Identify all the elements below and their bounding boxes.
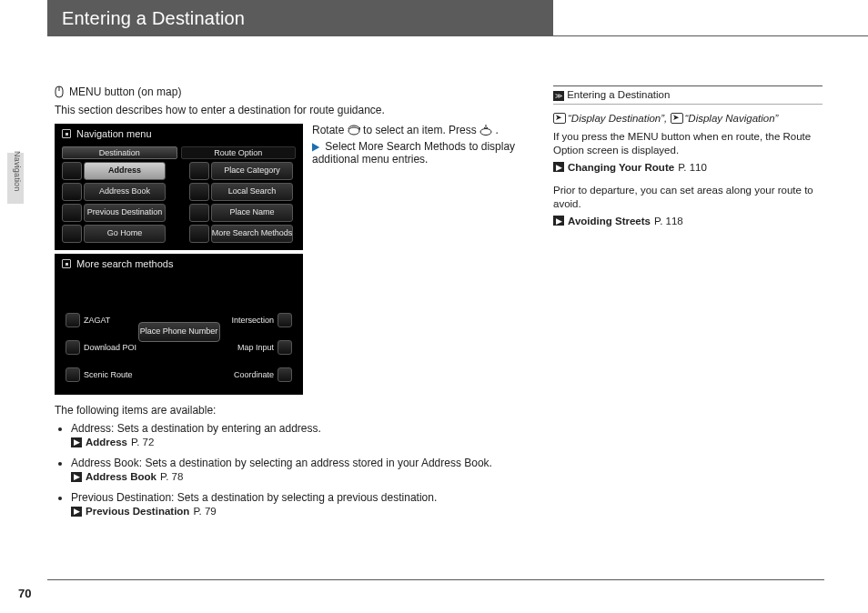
cell-icon: [62, 225, 82, 243]
ref-page: P. 118: [654, 216, 683, 226]
ref-page: P. 72: [131, 437, 154, 447]
side-header-icon: ≫: [553, 91, 564, 101]
screenshot1-title-text: Navigation menu: [76, 128, 152, 139]
grid-spacer: [167, 204, 187, 222]
item-term: Address: [71, 422, 111, 435]
ref-icon: ▶: [553, 216, 564, 226]
step-text: to select an item. Press: [363, 124, 479, 136]
item-term: Previous Destination: [71, 491, 171, 504]
ref-page: P. 110: [678, 162, 707, 173]
radial-center: Place Phone Number: [138, 322, 220, 342]
list-item: Address Book: Sets a destination by sele…: [71, 457, 528, 482]
side-column: ≫ Entering a Destination “Display Destin…: [553, 85, 823, 226]
ref-icon: ▶: [553, 162, 564, 172]
section-side-tab-label: Navigation: [13, 151, 22, 167]
radial-label: Intersection: [231, 316, 274, 325]
ref-title: Address: [86, 437, 127, 447]
cell-local-search: Local Search: [211, 183, 293, 201]
cell-icon: [189, 225, 209, 243]
cell-address: Address: [84, 162, 166, 180]
radial-icon: [278, 367, 292, 382]
radial-icon: [66, 367, 80, 382]
screen-title-icon: [62, 259, 71, 268]
screenshot1-title: Navigation menu: [56, 126, 301, 143]
ref-page: P. 78: [160, 471, 183, 482]
cell-icon: [62, 183, 82, 201]
radial-intersection: Intersection: [231, 313, 292, 327]
radial-label: Coordinate: [234, 370, 274, 379]
mouse-icon: [55, 85, 64, 98]
item-desc: : Sets a destination by selecting a prev…: [171, 491, 437, 504]
side-header: ≫ Entering a Destination: [553, 85, 823, 105]
screenshot-navigation-menu: Navigation menu Destination Route Option…: [55, 124, 303, 250]
voice-sep: ,: [664, 113, 670, 124]
list-item: Previous Destination: Sets a destination…: [71, 491, 528, 517]
cell-more-search-methods: More Search Methods: [211, 225, 293, 243]
page-title: Entering a Destination: [62, 8, 245, 29]
list-item: Address: Sets a destination by entering …: [71, 422, 528, 447]
ref-title: Address Book: [86, 471, 156, 482]
voice-commands: “Display Destination”, “Display Navigati…: [553, 112, 823, 126]
radial-scenic-route: Scenic Route: [66, 367, 133, 382]
cell-icon: [189, 204, 209, 222]
cell-place-name: Place Name: [211, 204, 293, 222]
rotate-knob-icon: [348, 124, 360, 136]
step-bold: More Search Methods: [358, 140, 466, 153]
step-text: Rotate: [312, 124, 348, 136]
radial-icon: [66, 313, 80, 327]
grid-spacer: [167, 225, 187, 243]
intro-text: This section describes how to enter a de…: [55, 104, 528, 116]
cell-address-book: Address Book: [84, 183, 166, 201]
screens-and-steps: Navigation menu Destination Route Option…: [55, 124, 528, 395]
screenshot2-title: More search methods: [56, 256, 301, 273]
cell-previous-destination: Previous Destination: [84, 204, 166, 222]
screenshot1-tabs: Destination Route Option: [62, 146, 296, 159]
screenshot1-grid: Address Place Category Address Book Loca…: [62, 162, 296, 243]
cell-place-category: Place Category: [211, 162, 293, 180]
radial-icon: [278, 313, 292, 327]
radial-icon: [66, 340, 80, 355]
cell-go-home: Go Home: [84, 225, 166, 243]
cell-icon: [189, 183, 209, 201]
step-rotate: Rotate to select an item. Press .: [312, 124, 528, 136]
step-arrow-icon: ▶: [312, 140, 319, 153]
ref-icon: ▶: [71, 437, 82, 447]
press-knob-icon: [479, 124, 492, 136]
radial-label: Map Input: [237, 343, 274, 352]
radial-layout: Place Phone Number ZAGAT Download POI Sc…: [62, 276, 296, 387]
cross-ref: ▶Previous Destination P. 79: [71, 506, 528, 517]
section-side-tab: Navigation: [7, 153, 24, 204]
radial-coordinate: Coordinate: [234, 367, 292, 382]
radial-icon: [278, 340, 292, 355]
grid-spacer: [167, 183, 187, 201]
side-para-1: If you press the MENU button when en rou…: [553, 130, 823, 158]
page-number: 70: [18, 587, 31, 600]
screenshot2-title-text: More search methods: [76, 258, 173, 269]
cross-ref: ▶Changing Your Route P. 110: [553, 162, 823, 173]
main-column: MENU button (on map) This section descri…: [55, 85, 528, 526]
page-title-bar: Entering a Destination: [47, 0, 553, 36]
ref-icon: ▶: [71, 507, 82, 517]
screen-title-icon: [62, 129, 71, 138]
radial-zagat: ZAGAT: [66, 313, 110, 327]
tab-route-option: Route Option: [181, 146, 297, 159]
cell-icon: [189, 162, 209, 180]
ref-title: Changing Your Route: [568, 162, 674, 173]
step-instructions: Rotate to select an item. Press . ▶ Sele…: [312, 124, 528, 395]
radial-download-poi: Download POI: [66, 340, 136, 355]
title-rule: [553, 35, 868, 36]
cross-ref: ▶Address P. 72: [71, 437, 528, 447]
step-text: .: [495, 124, 498, 136]
grid-spacer: [167, 162, 187, 180]
voice-icon: [553, 113, 566, 124]
voice-command-1: “Display Destination”: [568, 113, 664, 124]
ref-page: P. 79: [193, 506, 216, 517]
voice-command-2: “Display Navigation”: [685, 113, 779, 124]
radial-label: ZAGAT: [84, 316, 110, 325]
item-desc: : Sets a destination by entering an addr…: [111, 422, 321, 435]
menu-button-line: MENU button (on map): [55, 85, 528, 98]
screenshot1-body: Destination Route Option Address Place C…: [56, 143, 301, 248]
ref-title: Previous Destination: [86, 506, 189, 517]
step-text: Select: [325, 140, 358, 153]
screenshots: Navigation menu Destination Route Option…: [55, 124, 303, 395]
